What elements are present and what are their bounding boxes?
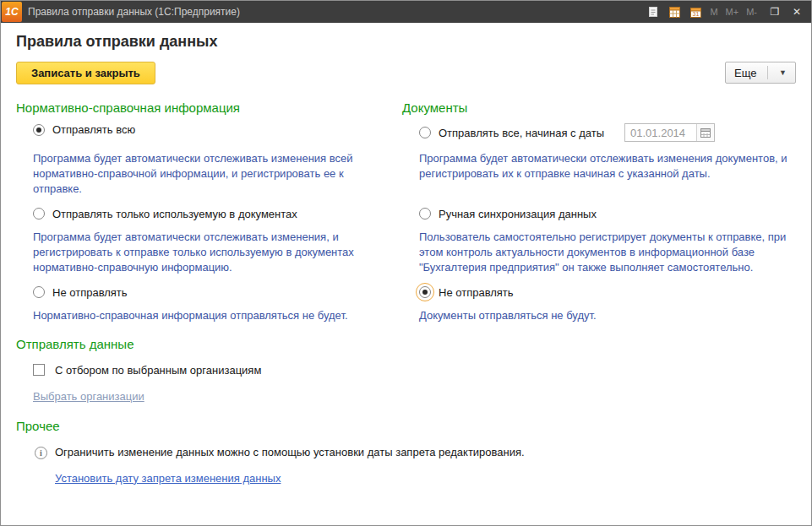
nsi-option-description: Нормативно-справочная информация отправл… xyxy=(33,308,388,323)
form-content: Правила отправки данных Записать и закры… xyxy=(1,23,811,525)
select-organizations-link[interactable]: Выбрать организации xyxy=(33,390,144,403)
filter-by-organizations-option[interactable]: С отбором по выбранным организациям xyxy=(33,364,796,377)
doc-option-description: Пользователь самостоятельно регистрирует… xyxy=(419,230,796,275)
page-title: Правила отправки данных xyxy=(16,33,796,51)
more-button[interactable]: Еще ▼ xyxy=(725,62,796,84)
radio-label: Отправлять только используемую в докумен… xyxy=(52,208,297,220)
checkbox[interactable] xyxy=(33,364,45,376)
doc-option-do-not-send[interactable]: Не отправлять xyxy=(419,286,796,299)
nsi-option-do-not-send[interactable]: Не отправлять xyxy=(33,286,402,299)
doc-option-manual-sync[interactable]: Ручная синхронизация данных xyxy=(419,208,796,220)
close-icon[interactable]: ✕ xyxy=(787,3,806,20)
table-icon[interactable] xyxy=(668,5,681,19)
radio-button[interactable] xyxy=(419,208,431,220)
set-restriction-date-link[interactable]: Установить дату запрета изменения данных xyxy=(55,472,281,485)
send-data-heading: Отправлять данные xyxy=(16,336,796,352)
calendar-picker-icon[interactable] xyxy=(696,124,714,141)
info-row: i Ограничить изменение данных можно с по… xyxy=(35,446,796,459)
radio-label: Не отправлять xyxy=(52,286,128,299)
memory-m-plus-indicator: M+ xyxy=(726,7,739,17)
nsi-option-description: Программа будет автоматически отслеживат… xyxy=(33,151,388,197)
doc-option-send-from-date[interactable]: Отправлять все, начиная с даты 01.01.201… xyxy=(419,123,796,142)
nsi-option-send-used-only[interactable]: Отправлять только используемую в докумен… xyxy=(33,208,402,220)
memory-m-minus-indicator: M- xyxy=(746,7,757,17)
toolbar: Записать и закрыть Еще ▼ xyxy=(16,62,796,84)
window-controls: ❐ ✕ xyxy=(766,3,806,20)
save-and-close-button[interactable]: Записать и закрыть xyxy=(16,62,155,84)
nsi-option-send-all[interactable]: Отправлять всю xyxy=(33,123,402,136)
memory-m-indicator: M xyxy=(710,7,717,17)
titlebar: 1С Правила отправки данных (1С:Предприят… xyxy=(1,1,811,23)
svg-text:31: 31 xyxy=(693,11,700,17)
maximize-icon[interactable]: ❐ xyxy=(766,3,784,20)
1c-logo-icon: 1С xyxy=(2,2,22,22)
date-value[interactable]: 01.01.2014 xyxy=(625,124,696,141)
radio-button[interactable] xyxy=(33,124,45,136)
other-heading: Прочее xyxy=(16,418,796,434)
radio-button[interactable] xyxy=(33,286,45,298)
app-window: 1С Правила отправки данных (1С:Предприят… xyxy=(0,0,812,526)
radio-label: Не отправлять xyxy=(439,286,514,299)
calendar-icon[interactable]: 31 xyxy=(689,5,702,19)
start-date-field[interactable]: 01.01.2014 xyxy=(624,123,715,142)
radio-button[interactable] xyxy=(419,286,431,298)
nsi-option-description: Программа будет автоматически отслеживат… xyxy=(33,230,388,275)
titlebar-service-icons: 31 M M+ M- xyxy=(646,5,757,19)
doc-option-description: Программа будет автоматически отслеживат… xyxy=(419,151,796,182)
checkbox-label: С отбором по выбранным организациям xyxy=(55,364,261,377)
nsi-heading: Нормативно-справочная информация xyxy=(16,100,402,116)
radio-label: Отправлять все, начиная с даты xyxy=(439,127,604,139)
radio-button[interactable] xyxy=(33,208,45,220)
options-grid: Нормативно-справочная информация Докумен… xyxy=(16,100,796,334)
chevron-down-icon: ▼ xyxy=(779,68,787,77)
window-title: Правила отправки данных (1С:Предприятие) xyxy=(28,6,646,18)
more-button-label: Еще xyxy=(734,67,756,79)
doc-option-description: Документы отправляться не будут. xyxy=(419,308,796,323)
radio-label: Отправлять всю xyxy=(52,123,135,136)
radio-label: Ручная синхронизация данных xyxy=(439,208,597,220)
documents-heading: Документы xyxy=(402,100,796,116)
more-button-divider xyxy=(767,66,768,79)
radio-button[interactable] xyxy=(419,127,431,138)
info-text: Ограничить изменение данных можно с помо… xyxy=(55,446,525,458)
document-icon[interactable] xyxy=(646,5,660,19)
info-icon: i xyxy=(35,447,47,459)
